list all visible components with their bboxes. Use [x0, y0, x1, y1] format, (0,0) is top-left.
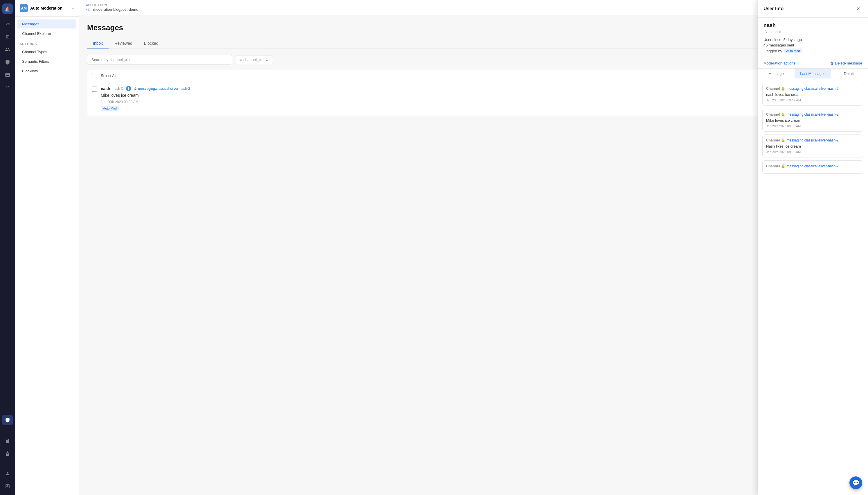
panel-id-label: ID:: [763, 30, 768, 34]
select-all-label: Select All: [101, 73, 116, 78]
card-channel-label-3: Channel: [766, 138, 780, 142]
panel-flagged-row: Flagged by Auto Mod: [763, 49, 862, 53]
sidebar-item-semantic-filters[interactable]: Semantic Filters: [17, 57, 76, 66]
moderation-actions-label: Moderation actions: [763, 61, 795, 65]
panel-actions-row: Moderation actions ⌄ 🗑 Delete message: [758, 58, 868, 69]
lock-icon: 🔒: [134, 87, 137, 90]
card-lock-icon-1: 🔒: [781, 87, 785, 91]
panel-close-button[interactable]: ✕: [854, 5, 862, 13]
card-lock-icon-3: 🔒: [781, 138, 785, 142]
app-logo: ⛵: [2, 3, 13, 14]
panel-username: nash: [763, 22, 862, 29]
panel-automod-badge: Auto Mod: [784, 49, 802, 53]
nav-icon-billing[interactable]: [2, 70, 13, 80]
panel-copy-icon[interactable]: ⧉: [779, 30, 781, 34]
panel-user-since: User since: 5 days ago: [763, 37, 862, 42]
user-info-icon[interactable]: i: [126, 86, 131, 91]
sidebar-item-channel-explorer[interactable]: Channel Explorer: [17, 29, 76, 38]
message-text: Mike loves ice cream: [101, 93, 809, 98]
topbar-app-label: APPLICATION: [86, 3, 143, 7]
panel-tab-details[interactable]: Details: [831, 69, 868, 79]
message-content: nash nash ⧉ i 🔒 messaging:classical-silv…: [101, 86, 809, 111]
card-channel-link-1[interactable]: messaging:classical-silver-nash-2: [786, 87, 838, 91]
card-channel-row-1: Channel 🔒 messaging:classical-silver-nas…: [766, 87, 860, 91]
nav-icon-logout[interactable]: [2, 481, 13, 492]
card-message-text-1: nash loves ice cream: [766, 92, 860, 97]
content-area: Messages Inbox Reviewed Blocked ≡ channe…: [79, 15, 868, 495]
sidebar-item-messages[interactable]: Messages: [17, 19, 76, 29]
moderation-actions-button[interactable]: Moderation actions ⌄: [763, 61, 800, 65]
panel-header: User Info ✕: [758, 0, 868, 18]
icon-rail: ⛵ ✉ ⊞ ?: [0, 0, 15, 495]
sidebar-header[interactable]: AM Auto Moderation ⌄: [15, 0, 79, 17]
panel-user-section: nash ID: nash ⧉ User since: 5 days ago 4…: [758, 18, 868, 58]
topbar-project-name: moderation-blogpost-demo: [93, 7, 138, 12]
tab-reviewed[interactable]: Reviewed: [109, 38, 138, 49]
message-card-1: Channel 🔒 messaging:classical-silver-nas…: [762, 83, 863, 106]
delete-message-button[interactable]: 🗑 Delete message: [830, 61, 862, 65]
topbar-chevron-icon: ⌄: [141, 8, 143, 11]
sidebar: AM Auto Moderation ⌄ Messages Channel Ex…: [15, 0, 79, 495]
sidebar-item-blocklists[interactable]: Blocklists: [17, 67, 76, 75]
main-content: APPLICATION </> moderation-blogpost-demo…: [79, 0, 868, 495]
nav-icon-activity[interactable]: [2, 436, 13, 446]
sidebar-settings-label: SETTINGS: [15, 39, 79, 47]
card-lock-icon-2: 🔒: [781, 113, 785, 117]
panel-id-value: nash: [769, 30, 778, 34]
delete-message-label: Delete message: [835, 61, 862, 65]
card-channel-label-1: Channel: [766, 87, 780, 91]
panel-tabs: Message Last Messages Details: [758, 69, 868, 79]
filter-row: ≡ channel_cid ⌄: [87, 55, 860, 65]
select-all-checkbox[interactable]: [92, 73, 97, 78]
message-user-row: nash nash ⧉ i 🔒 messaging:classical-silv…: [101, 86, 809, 91]
card-timestamp-1: Jan 23rd 2023 03:17 AM: [766, 99, 860, 102]
sidebar-app-icon: AM: [20, 4, 28, 12]
nav-icon-moderation[interactable]: [2, 415, 13, 425]
chat-widget[interactable]: 💬: [849, 476, 862, 489]
panel-title: User Info: [763, 6, 783, 11]
userid-copy-icon[interactable]: ⧉: [121, 87, 124, 91]
message-tag: Auto Mod: [101, 106, 119, 111]
topbar-app-name: </> moderation-blogpost-demo ⌄: [86, 7, 143, 12]
trash-icon: 🗑: [830, 61, 834, 65]
logo-icon: ⛵: [5, 6, 11, 12]
sidebar-chevron-icon: ⌄: [72, 7, 74, 10]
message-card-2: Channel 🔒 messaging:classical-silver-nas…: [762, 109, 863, 132]
panel-tab-last-messages[interactable]: Last Messages: [795, 69, 831, 79]
card-lock-icon-4: 🔒: [781, 164, 785, 168]
card-channel-label-2: Channel: [766, 113, 780, 117]
tab-blocked[interactable]: Blocked: [138, 38, 164, 49]
card-channel-link-4[interactable]: messaging:classical-silver-nash-2: [786, 164, 838, 168]
nav-icon-help[interactable]: ?: [2, 83, 13, 93]
message-cards-container: Channel 🔒 messaging:classical-silver-nas…: [758, 79, 868, 177]
panel-tab-message[interactable]: Message: [758, 69, 795, 79]
table-header: Select All: [87, 69, 860, 82]
nav-icon-users[interactable]: [2, 44, 13, 55]
nav-icon-export[interactable]: [2, 448, 13, 459]
filter-label: channel_cid: [244, 57, 264, 62]
moderation-chevron-icon: ⌄: [797, 61, 800, 65]
card-channel-link-3[interactable]: messaging:classical-silver-nash-2: [786, 138, 838, 142]
sidebar-item-channel-types[interactable]: Channel Types: [17, 47, 76, 56]
message-card-4: Channel 🔒 messaging:classical-silver-nas…: [762, 160, 863, 174]
code-icon: </>: [86, 7, 91, 12]
card-channel-row-3: Channel 🔒 messaging:classical-silver-nas…: [766, 138, 860, 142]
nav-icon-profile[interactable]: [2, 468, 13, 479]
card-channel-link-2[interactable]: messaging:classical-silver-nash-2: [786, 113, 838, 117]
row-checkbox[interactable]: [92, 87, 97, 92]
nav-icon-messages[interactable]: ✉: [2, 19, 13, 29]
topbar-app-section: APPLICATION </> moderation-blogpost-demo…: [86, 3, 143, 12]
panel-flagged-label: Flagged by: [763, 49, 782, 53]
sidebar-nav: Messages Channel Explorer SETTINGS Chann…: [15, 17, 79, 79]
nav-icon-lock[interactable]: [2, 57, 13, 67]
search-input[interactable]: [87, 55, 232, 65]
card-timestamp-3: Jan 20th 2023 09:32 AM: [766, 150, 860, 154]
tab-inbox[interactable]: Inbox: [87, 38, 109, 49]
channel-filter-button[interactable]: ≡ channel_cid ⌄: [235, 55, 273, 64]
card-message-text-2: Mike loves ice cream: [766, 118, 860, 123]
message-username: nash: [101, 86, 110, 91]
card-channel-row-2: Channel 🔒 messaging:classical-silver-nas…: [766, 113, 860, 117]
nav-icon-grid[interactable]: ⊞: [2, 31, 13, 42]
messages-tabs: Inbox Reviewed Blocked: [87, 38, 860, 49]
filter-icon: ≡: [240, 57, 242, 62]
